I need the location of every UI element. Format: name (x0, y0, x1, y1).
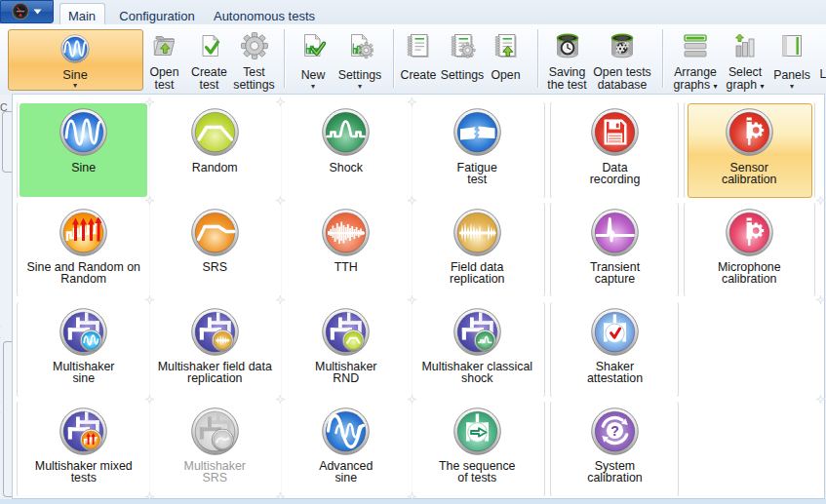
svg-text:?: ? (610, 422, 619, 438)
